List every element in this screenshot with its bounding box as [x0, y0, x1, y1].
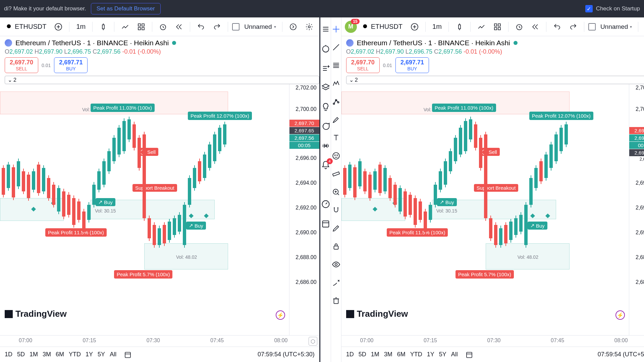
- projection-tool[interactable]: [331, 97, 341, 107]
- zoom-tool[interactable]: [331, 187, 341, 197]
- ruler-tool[interactable]: [331, 169, 341, 179]
- alerts-icon[interactable]: [321, 44, 331, 54]
- range-1d[interactable]: 1D: [346, 351, 354, 358]
- check-startup-checkbox[interactable]: ✓: [585, 5, 593, 12]
- streams-icon[interactable]: [321, 141, 331, 151]
- range-ytd[interactable]: YTD: [69, 351, 81, 358]
- quick-search-button[interactable]: [286, 20, 300, 34]
- brush-tool[interactable]: [331, 115, 341, 125]
- edit-tool[interactable]: [331, 223, 341, 233]
- range-1m[interactable]: 1M: [30, 351, 38, 358]
- symbol-search[interactable]: ETHUSDT: [360, 21, 405, 32]
- crosshair-tool[interactable]: [331, 24, 341, 34]
- layout-grid-button[interactable]: [491, 20, 504, 34]
- undo-button[interactable]: [194, 20, 208, 34]
- add-symbol-button[interactable]: [408, 20, 421, 34]
- redo-button[interactable]: [567, 20, 580, 34]
- indicators-button[interactable]: [118, 20, 132, 34]
- goto-date-button[interactable]: [121, 348, 135, 361]
- hotlist-add-icon[interactable]: [321, 63, 331, 73]
- indicator-count-chip[interactable]: ⌄ 2: [5, 76, 319, 84]
- candle-style-button[interactable]: [453, 20, 466, 34]
- layout-name-dropdown[interactable]: Unnamed ▾: [242, 22, 278, 32]
- range-1y[interactable]: 1Y: [427, 351, 434, 358]
- browser-bar: di? Make it your default browser. Set as…: [0, 0, 644, 17]
- settings-button[interactable]: [303, 20, 316, 34]
- clock[interactable]: 07:59:54 (UTC+5:30): [258, 351, 315, 358]
- dashboard-icon[interactable]: [321, 199, 331, 209]
- chevron-down-icon: ▾: [630, 24, 632, 29]
- layout-grid-button[interactable]: [135, 20, 148, 34]
- ideas-icon[interactable]: [321, 102, 331, 112]
- layout-checkbox[interactable]: [232, 23, 239, 31]
- sell-button[interactable]: 2,697.70 SELL: [5, 57, 38, 73]
- eye-tool[interactable]: [331, 259, 341, 269]
- range-5d[interactable]: 5D: [17, 351, 25, 358]
- indicators-button[interactable]: [475, 20, 488, 34]
- undo-button[interactable]: [550, 20, 564, 34]
- goto-date-button[interactable]: [463, 348, 476, 361]
- range-3m[interactable]: 3M: [43, 351, 51, 358]
- range-all[interactable]: All: [110, 351, 116, 358]
- emoji-tool[interactable]: [331, 151, 341, 161]
- user-avatar[interactable]: M 15: [345, 21, 357, 33]
- brush-delete-tool[interactable]: [331, 278, 341, 288]
- time-axis[interactable]: 07:00 07:15 07:30 07:45 08:00 ⬡: [341, 335, 644, 347]
- notifications-icon[interactable]: 4: [321, 160, 331, 170]
- quick-search-button[interactable]: [642, 20, 644, 34]
- top-toolbar: M 15 ETHUSDT 1m Unnamed ▾: [341, 17, 644, 36]
- buy-button[interactable]: 2,697.71BUY: [395, 57, 429, 73]
- trash-tool[interactable]: [331, 296, 341, 306]
- calendar-icon[interactable]: [321, 219, 331, 229]
- axis-settings-button[interactable]: ⬡: [309, 337, 317, 346]
- alert-button[interactable]: [156, 20, 170, 34]
- range-6m[interactable]: 6M: [397, 351, 406, 358]
- signal-buy: ↗ Buy: [186, 222, 206, 230]
- candle-style-button[interactable]: [97, 20, 110, 34]
- set-default-browser-button[interactable]: Set as Default Browser: [91, 3, 161, 14]
- price-axis[interactable]: 2,702.00 2,700.00 2,697.70 2,697.56 00:0…: [629, 84, 644, 335]
- buy-button[interactable]: 2,697.71 BUY: [54, 57, 88, 73]
- add-symbol-button[interactable]: [52, 20, 65, 34]
- symbol-search[interactable]: ETHUSDT: [3, 21, 49, 32]
- range-all[interactable]: All: [451, 351, 458, 358]
- magnet-tool[interactable]: [331, 205, 341, 215]
- time-axis[interactable]: 07:00 07:15 07:30 07:45 08:00 ⬡: [0, 335, 319, 347]
- layout-checkbox[interactable]: [588, 23, 596, 31]
- range-1d[interactable]: 1D: [5, 351, 12, 358]
- pattern-tool[interactable]: [331, 78, 341, 88]
- range-5y[interactable]: 5Y: [98, 351, 105, 358]
- indicator-count-chip[interactable]: ⌄2: [346, 76, 644, 84]
- price-axis[interactable]: 2,702.00 2,700.00 2,697.70 2,697.65 2,69…: [289, 84, 319, 335]
- range-5y[interactable]: 5Y: [439, 351, 446, 358]
- interval-selector[interactable]: 1m: [73, 21, 88, 32]
- replay-button[interactable]: [172, 20, 186, 34]
- redo-button[interactable]: [210, 20, 224, 34]
- lock-tool[interactable]: [331, 241, 341, 251]
- chat-icon[interactable]: [321, 121, 331, 131]
- interval-selector[interactable]: 1m: [430, 21, 444, 32]
- trendline-tool[interactable]: [331, 42, 341, 52]
- layout-name-dropdown[interactable]: Unnamed ▾: [598, 22, 634, 32]
- volume-value: Vol: 48.02: [518, 254, 538, 260]
- lightning-icon[interactable]: ⚡: [615, 310, 625, 320]
- signal-peak-profit: Peak Profit 12.07% (100x): [188, 112, 252, 120]
- layers-icon[interactable]: [321, 82, 331, 93]
- axis-tick: 2,696.00: [640, 157, 644, 162]
- range-1m[interactable]: 1M: [371, 351, 379, 358]
- clock[interactable]: 07:59:54 (UTC+5:30): [598, 351, 644, 358]
- watchlist-icon[interactable]: [321, 24, 331, 34]
- lightning-icon[interactable]: ⚡: [276, 310, 285, 320]
- fib-tool[interactable]: [331, 60, 341, 70]
- alert-button[interactable]: [513, 20, 526, 34]
- chart-plot-area[interactable]: Vol: [ {"x":5,"t":250,"h":80,"d":"dn"},{…: [0, 84, 289, 335]
- range-6m[interactable]: 6M: [56, 351, 64, 358]
- range-3m[interactable]: 3M: [384, 351, 392, 358]
- range-ytd[interactable]: YTD: [410, 351, 422, 358]
- sell-button[interactable]: 2,697.70SELL: [346, 57, 380, 73]
- range-1y[interactable]: 1Y: [86, 351, 93, 358]
- chart-plot-area[interactable]: Vol: Peak Profit 11.03% (100x) Peak Prof…: [341, 84, 629, 335]
- replay-button[interactable]: [529, 20, 542, 34]
- text-tool[interactable]: [331, 133, 341, 143]
- range-5d[interactable]: 5D: [359, 351, 366, 358]
